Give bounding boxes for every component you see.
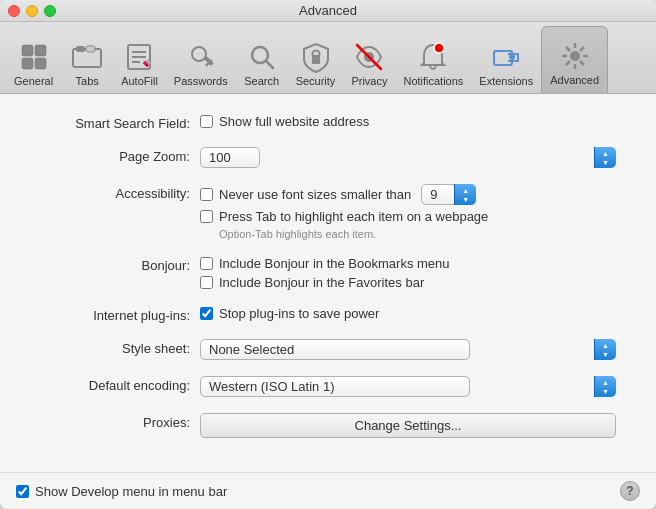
bonjour-row: Bonjour: Include Bonjour in the Bookmark…: [40, 256, 616, 290]
accessibility-font-row: Never use font sizes smaller than 9 10 1…: [200, 184, 616, 205]
bonjour-bookmarks-checkbox[interactable]: [200, 257, 213, 270]
accessibility-font-checkbox[interactable]: [200, 188, 213, 201]
svg-line-16: [266, 61, 273, 68]
tab-security[interactable]: Security: [288, 26, 344, 93]
develop-menu-checkbox[interactable]: [16, 485, 29, 498]
main-window: Advanced General: [0, 0, 656, 509]
accessibility-hint: Option-Tab highlights each item.: [219, 228, 616, 240]
encoding-label: Default encoding:: [40, 376, 200, 393]
smart-search-row: Smart Search Field: Show full website ad…: [40, 114, 616, 131]
smart-search-checkbox-label[interactable]: Show full website address: [219, 114, 369, 129]
page-zoom-select[interactable]: 75% 85% 90% 95% 100% 110% 125% 150%: [200, 147, 260, 168]
page-zoom-arrow: [594, 147, 616, 168]
bonjour-favorites-label[interactable]: Include Bonjour in the Favorites bar: [219, 275, 424, 290]
svg-rect-5: [76, 46, 85, 52]
help-button[interactable]: ?: [620, 481, 640, 501]
accessibility-tab-label[interactable]: Press Tab to highlight each item on a we…: [219, 209, 488, 224]
tab-extensions[interactable]: Extensions: [471, 26, 541, 93]
svg-line-32: [566, 61, 570, 65]
svg-line-20: [357, 45, 381, 69]
proxies-row: Proxies: Change Settings...: [40, 413, 616, 438]
accessibility-tab-row: Press Tab to highlight each item on a we…: [200, 209, 616, 224]
tab-autofill[interactable]: AutoFill: [113, 26, 166, 93]
tab-tabs-label: Tabs: [76, 75, 99, 87]
bonjour-favorites-checkbox[interactable]: [200, 276, 213, 289]
svg-rect-1: [35, 45, 46, 56]
svg-rect-0: [22, 45, 33, 56]
stylesheet-select[interactable]: None Selected: [200, 339, 470, 360]
svg-line-31: [580, 47, 584, 51]
tab-notifications[interactable]: Notifications: [395, 26, 471, 93]
minimize-button[interactable]: [26, 5, 38, 17]
tab-notifications-label: Notifications: [403, 75, 463, 87]
stylesheet-arrow: [594, 339, 616, 360]
stylesheet-row: Style sheet: None Selected: [40, 339, 616, 360]
stylesheet-content: None Selected: [200, 339, 616, 360]
accessibility-content: Never use font sizes smaller than 9 10 1…: [200, 184, 616, 240]
svg-point-24: [570, 51, 580, 61]
svg-point-23: [509, 54, 515, 60]
bottom-bar: Show Develop menu in menu bar ?: [0, 472, 656, 509]
accessibility-tab-checkbox[interactable]: [200, 210, 213, 223]
plugins-checkbox-label[interactable]: Stop plug-ins to save power: [219, 306, 379, 321]
tab-extensions-label: Extensions: [479, 75, 533, 87]
plugins-content: Stop plug-ins to save power: [200, 306, 616, 321]
tab-tabs[interactable]: Tabs: [61, 26, 113, 93]
tab-advanced-label: Advanced: [550, 74, 599, 86]
tab-search[interactable]: Search: [236, 26, 288, 93]
page-zoom-row: Page Zoom: 75% 85% 90% 95% 100% 110% 125…: [40, 147, 616, 168]
encoding-arrow: [594, 376, 616, 397]
page-zoom-select-wrapper: 75% 85% 90% 95% 100% 110% 125% 150%: [200, 147, 616, 168]
close-button[interactable]: [8, 5, 20, 17]
encoding-select-wrapper: Western (ISO Latin 1) Unicode (UTF-8): [200, 376, 616, 397]
develop-menu-row: Show Develop menu in menu bar: [16, 484, 227, 499]
svg-rect-3: [35, 58, 46, 69]
plugins-label: Internet plug-ins:: [40, 306, 200, 323]
privacy-icon: [353, 41, 385, 73]
maximize-button[interactable]: [44, 5, 56, 17]
toolbar: General Tabs: [0, 22, 656, 94]
smart-search-label: Smart Search Field:: [40, 114, 200, 131]
bonjour-bookmarks-label[interactable]: Include Bonjour in the Bookmarks menu: [219, 256, 450, 271]
proxies-content: Change Settings...: [200, 413, 616, 438]
window-title: Advanced: [299, 3, 357, 18]
accessibility-font-label[interactable]: Never use font sizes smaller than: [219, 187, 411, 202]
traffic-lights: [8, 5, 56, 17]
tab-general-label: General: [14, 75, 53, 87]
tab-privacy-label: Privacy: [351, 75, 387, 87]
plugins-row: Internet plug-ins: Stop plug-ins to save…: [40, 306, 616, 323]
passwords-icon: [185, 41, 217, 73]
svg-rect-2: [22, 58, 33, 69]
font-size-select-wrapper: 9 10 11 12 14: [421, 184, 476, 205]
plugins-checkbox[interactable]: [200, 307, 213, 320]
accessibility-label: Accessibility:: [40, 184, 200, 201]
font-size-select[interactable]: 9 10 11 12 14: [421, 184, 476, 205]
page-zoom-label: Page Zoom:: [40, 147, 200, 164]
proxies-change-settings-button[interactable]: Change Settings...: [200, 413, 616, 438]
tab-autofill-label: AutoFill: [121, 75, 158, 87]
svg-point-11: [192, 47, 206, 61]
tabs-icon: [71, 41, 103, 73]
stylesheet-label: Style sheet:: [40, 339, 200, 356]
develop-menu-label[interactable]: Show Develop menu in menu bar: [35, 484, 227, 499]
bonjour-bookmarks-row: Include Bonjour in the Bookmarks menu: [200, 256, 616, 271]
autofill-icon: [123, 41, 155, 73]
extensions-icon: [490, 41, 522, 73]
content-area: Smart Search Field: Show full website ad…: [0, 94, 656, 472]
tab-advanced[interactable]: Advanced: [541, 26, 608, 93]
svg-point-21: [434, 43, 444, 53]
tab-passwords-label: Passwords: [174, 75, 228, 87]
security-icon: [300, 41, 332, 73]
tab-privacy[interactable]: Privacy: [343, 26, 395, 93]
page-zoom-content: 75% 85% 90% 95% 100% 110% 125% 150%: [200, 147, 616, 168]
tab-security-label: Security: [296, 75, 336, 87]
accessibility-row: Accessibility: Never use font sizes smal…: [40, 184, 616, 240]
smart-search-checkbox[interactable]: [200, 115, 213, 128]
tab-general[interactable]: General: [6, 26, 61, 93]
svg-line-30: [580, 61, 584, 65]
svg-line-29: [566, 47, 570, 51]
smart-search-content: Show full website address: [200, 114, 616, 129]
encoding-select[interactable]: Western (ISO Latin 1) Unicode (UTF-8): [200, 376, 470, 397]
plugins-checkbox-row: Stop plug-ins to save power: [200, 306, 616, 321]
tab-passwords[interactable]: Passwords: [166, 26, 236, 93]
